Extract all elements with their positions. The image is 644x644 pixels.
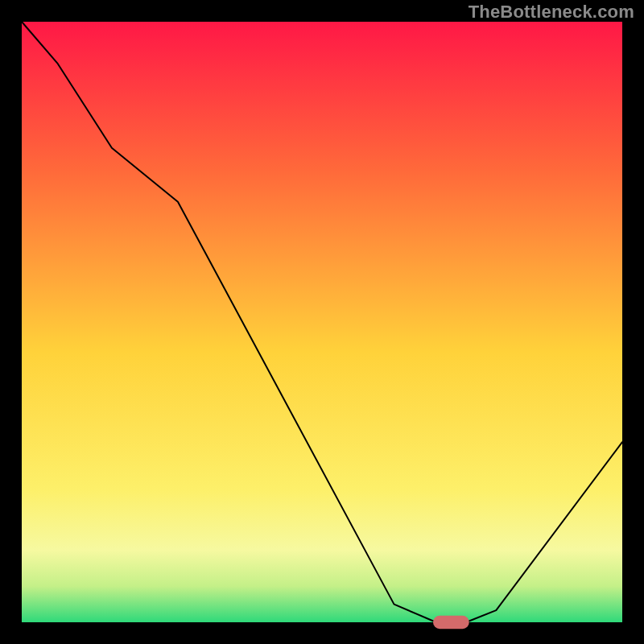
optimal-marker — [433, 616, 469, 629]
chart-stage: TheBottleneck.com — [0, 0, 644, 644]
chart-background — [22, 22, 622, 622]
bottleneck-chart — [0, 0, 644, 644]
